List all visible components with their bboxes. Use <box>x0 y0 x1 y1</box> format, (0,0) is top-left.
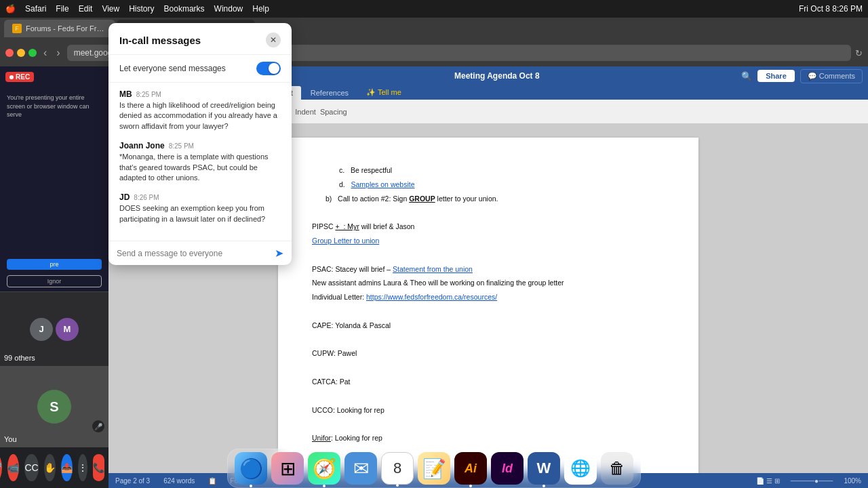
msg-sender-0: MB <box>119 89 132 99</box>
msg-sender-2: JD <box>119 192 130 202</box>
view-icons: 📄 ☰ ⊞ <box>756 477 780 485</box>
dock-calendar[interactable]: 8 <box>381 452 414 485</box>
dock-indesign[interactable]: Id <box>491 452 524 485</box>
page-count: Page 2 of 3 <box>115 477 150 485</box>
captions-btn[interactable]: CC <box>24 454 38 481</box>
dock-mail[interactable]: ✉ <box>344 452 377 485</box>
resources-link[interactable]: https://www.fedsforfreedom.ca/resources/ <box>366 293 497 301</box>
samples-link[interactable]: Samples on website <box>351 180 415 188</box>
message-1: Joann Jone 8:25 PM *Monanga, there is a … <box>119 141 281 183</box>
zoom-slider[interactable]: ─────●─── <box>791 477 833 485</box>
msg-text-1: *Monanga, there is a template with quest… <box>119 152 281 183</box>
msg-header-2: JD 8:26 PM <box>119 192 281 202</box>
dock-launchpad[interactable]: ⊞ <box>271 452 304 485</box>
tab-references[interactable]: References <box>302 86 357 100</box>
doc-line-18: UCCO: Looking for rep <box>312 405 665 416</box>
incall-close-btn[interactable]: ✕ <box>266 33 281 47</box>
rec-dot <box>9 75 14 79</box>
msg-sender-1: Joann Jone <box>119 141 165 150</box>
search-icon[interactable]: 🔍 <box>741 71 752 81</box>
toggle-video-btn[interactable]: 📹 <box>7 454 19 481</box>
doc-line-15 <box>312 362 665 373</box>
doc-line-12: CAPE: Yolanda & Pascal <box>312 320 665 331</box>
msg-text-2: DOES seeking an exemption keep you from … <box>119 203 281 224</box>
back-btn[interactable]: ‹ <box>41 47 50 59</box>
status-right: 📄 ☰ ⊞ ─────●─── 100% <box>756 477 861 485</box>
doc-line-3: b) Call to action #2: Sign GROUP letter … <box>326 193 665 205</box>
statement-link[interactable]: Statement from the union <box>393 265 473 273</box>
menu-bookmarks[interactable]: Bookmarks <box>164 4 205 14</box>
message-input[interactable] <box>117 249 269 258</box>
reload-btn[interactable]: ↻ <box>855 48 863 58</box>
forward-btn[interactable]: › <box>54 47 62 59</box>
word-title: Meeting Agenda Oct 8 <box>256 71 737 81</box>
you-tile: S You 🎤 <box>0 366 108 447</box>
dock-notes[interactable]: 📝 <box>418 452 450 485</box>
toggle-switch[interactable]: ✓ <box>256 62 281 75</box>
minimize-window-btn[interactable] <box>17 49 25 57</box>
comments-btn[interactable]: 💬 Comments <box>800 69 863 83</box>
doc-line-13 <box>312 334 665 346</box>
dock-finder[interactable]: 🔵 <box>235 452 267 485</box>
end-call-btn[interactable]: 📞 <box>93 454 104 481</box>
menu-help[interactable]: Help <box>252 4 269 14</box>
avatar-2: M <box>56 318 79 341</box>
toolbar-item-6[interactable]: Indent <box>295 108 316 116</box>
ribbon-right: 🔍 Share 💬 Comments <box>741 69 863 83</box>
traffic-lights <box>5 49 37 57</box>
toolbar-item-7[interactable]: Spacing <box>320 108 347 116</box>
dock-word[interactable]: W <box>528 452 560 485</box>
menu-view[interactable]: View <box>102 4 119 14</box>
meet-controls: 🎤 📹 CC ✋ 📤 ⋮ 📞 ⌃ <box>0 447 108 488</box>
raise-hand-btn[interactable]: ✋ <box>44 454 56 481</box>
menu-history[interactable]: History <box>129 4 154 14</box>
menu-window[interactable]: Window <box>214 4 243 14</box>
avatar-1: J <box>30 318 53 341</box>
msg-input-row: ➤ <box>108 241 292 265</box>
apple-menu[interactable]: 🍎 <box>5 4 16 14</box>
present-btn[interactable]: pre <box>7 259 102 270</box>
doc-line-19 <box>312 418 665 430</box>
msg-time-0: 8:25 PM <box>136 91 161 98</box>
doc-line-6: Group Letter to union <box>312 235 665 247</box>
tab-forums[interactable]: F Forums - Feds For Freedom <box>4 20 115 37</box>
doc-line-4 <box>312 207 665 218</box>
others-tile[interactable]: J M 99 others <box>0 291 108 366</box>
mute-mic-btn[interactable]: 🎤 <box>0 454 2 481</box>
doc-line-1: c. Be respectful <box>339 165 665 176</box>
dock-trash[interactable]: 🗑 <box>601 452 633 485</box>
menu-file[interactable]: File <box>56 4 68 14</box>
toggle-check-icon: ✓ <box>272 64 278 73</box>
menu-safari[interactable]: Safari <box>25 4 46 14</box>
menu-edit[interactable]: Edit <box>79 4 93 14</box>
msg-header-1: Joann Jone 8:25 PM <box>119 141 281 150</box>
share-btn[interactable]: Share <box>757 70 795 82</box>
toggle-label: Let everyone send messages <box>119 64 226 73</box>
status-icon: 📋 <box>208 477 216 485</box>
ignore-btn[interactable]: Ignor <box>7 275 102 287</box>
msg-time-1: 8:25 PM <box>169 142 194 150</box>
doc-line-5: PIPSC +_: Myr will brief & Jason <box>312 221 665 232</box>
dock-chrome[interactable]: 🌐 <box>564 452 597 485</box>
dock-safari[interactable]: 🧭 <box>308 452 340 485</box>
tab-tell-me[interactable]: ✨ Tell me <box>358 85 410 100</box>
doc-line-8: PSAC: Stacey will brief – Statement from… <box>312 264 665 275</box>
send-message-btn[interactable]: ➤ <box>275 247 283 260</box>
menubar: 🍎 Safari File Edit View History Bookmark… <box>0 0 868 18</box>
doc-line-10: Individual Letter: https://www.fedsforfr… <box>312 291 665 303</box>
doc-line-11 <box>312 306 665 317</box>
close-window-btn[interactable] <box>5 49 14 57</box>
messages-list: MB 8:25 PM Is there a high likelihood of… <box>108 83 292 241</box>
more-options-btn[interactable]: ⋮ <box>78 454 87 481</box>
incall-header: In-call messages ✕ <box>108 23 292 55</box>
you-avatar: S <box>37 390 71 424</box>
dock-illustrator[interactable]: Ai <box>454 452 487 485</box>
screen-share-notice: You're presenting your entire screen or … <box>0 66 108 255</box>
doc-line-20: Unifor: Looking for rep <box>312 432 665 444</box>
present-screen-btn[interactable]: 📤 <box>61 454 73 481</box>
group-letter-link[interactable]: Group Letter to union <box>312 237 379 245</box>
doc-line-16: CATCA: Pat <box>312 376 665 388</box>
message-2: JD 8:26 PM DOES seeking an exemption kee… <box>119 192 281 224</box>
maximize-window-btn[interactable] <box>28 49 37 57</box>
message-0: MB 8:25 PM Is there a high likelihood of… <box>119 89 281 131</box>
